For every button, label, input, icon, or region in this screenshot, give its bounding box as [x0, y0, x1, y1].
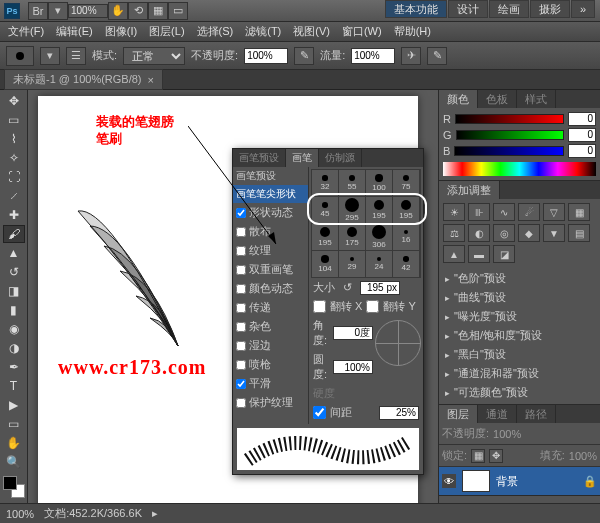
rotate-view-icon[interactable]: ⟲ [128, 2, 148, 20]
brush-opt-checkbox[interactable] [236, 208, 246, 218]
history-brush-icon[interactable]: ↺ [3, 263, 25, 281]
brush-opt-checkbox[interactable] [236, 303, 246, 313]
exposure-icon[interactable]: ☄ [518, 203, 540, 221]
brush-opt-2[interactable]: 纹理 [233, 241, 308, 260]
brush-tip[interactable]: 195 [312, 224, 338, 250]
g-value[interactable]: 0 [568, 128, 596, 142]
brush-tip[interactable]: 29 [339, 251, 365, 277]
blur-tool-icon[interactable]: ◉ [3, 320, 25, 338]
brush-tip[interactable]: 104 [312, 251, 338, 277]
document-tab[interactable]: 未标题-1 @ 100%(RGB/8) × [4, 69, 163, 90]
hand-tool-icon[interactable]: ✋ [3, 434, 25, 452]
lock-position-icon[interactable]: ✥ [489, 449, 503, 463]
brush-opt-checkbox[interactable] [236, 360, 246, 370]
preset-bw[interactable]: "黑白"预设 [439, 345, 600, 364]
arrange-icon[interactable]: ▦ [148, 2, 168, 20]
brush-opt-0[interactable]: 形状动态 [233, 203, 308, 222]
brush-tip[interactable]: 16 [393, 224, 419, 250]
preset-selcolor[interactable]: "可选颜色"预设 [439, 383, 600, 402]
brush-opt-checkbox[interactable] [236, 341, 246, 351]
brush-tip[interactable]: 45 [312, 197, 338, 223]
brush-opt-checkbox[interactable] [236, 227, 246, 237]
fg-color-swatch[interactable] [3, 476, 17, 490]
statusbar-menu-icon[interactable]: ▸ [152, 507, 158, 520]
menu-window[interactable]: 窗口(W) [336, 22, 388, 41]
b-slider[interactable] [454, 146, 564, 156]
preset-chanmix[interactable]: "通道混和器"预设 [439, 364, 600, 383]
menu-filter[interactable]: 滤镜(T) [239, 22, 287, 41]
brush-tip[interactable]: 42 [393, 251, 419, 277]
ws-tab-photo[interactable]: 摄影 [530, 0, 570, 18]
gradmap-icon[interactable]: ▬ [468, 245, 490, 263]
opacity-input[interactable] [244, 48, 288, 64]
tab-brush-presets[interactable]: 画笔预设 [233, 149, 286, 167]
colorbalance-icon[interactable]: ⚖ [443, 224, 465, 242]
brush-opt-checkbox[interactable] [236, 379, 246, 389]
brush-opt-checkbox[interactable] [236, 398, 246, 408]
layer-row-background[interactable]: 👁 背景 🔒 [439, 467, 600, 495]
brush-tip[interactable]: 32 [312, 170, 338, 196]
brush-panel-toggle-icon[interactable]: ☰ [66, 47, 86, 65]
chanmix-icon[interactable]: ◆ [518, 224, 540, 242]
menu-view[interactable]: 视图(V) [287, 22, 336, 41]
angle-widget[interactable] [375, 320, 421, 366]
fill-value[interactable]: 100% [569, 450, 597, 462]
menu-edit[interactable]: 编辑(E) [50, 22, 99, 41]
menu-select[interactable]: 选择(S) [191, 22, 240, 41]
eraser-tool-icon[interactable]: ◨ [3, 282, 25, 300]
tab-styles[interactable]: 样式 [517, 90, 556, 108]
zoom-select[interactable] [68, 4, 108, 18]
brush-opt-9[interactable]: 平滑 [233, 374, 308, 393]
invert-icon[interactable]: ▼ [543, 224, 565, 242]
layer-opacity-value[interactable]: 100% [493, 428, 521, 440]
spacing-checkbox[interactable] [313, 406, 326, 419]
brush-tip-grid[interactable]: 3255100754529519519519517530616104292442 [311, 169, 421, 278]
hue-icon[interactable]: ▦ [568, 203, 590, 221]
dodge-tool-icon[interactable]: ◑ [3, 339, 25, 357]
type-tool-icon[interactable]: T [3, 377, 25, 395]
opacity-pressure-icon[interactable]: ✎ [294, 47, 314, 65]
marquee-tool-icon[interactable]: ▭ [3, 111, 25, 129]
brush-tip[interactable]: 75 [393, 170, 419, 196]
levels-icon[interactable]: ⊪ [468, 203, 490, 221]
history-icon[interactable]: ▾ [48, 2, 68, 20]
brush-picker-icon[interactable]: ▾ [40, 47, 60, 65]
layer-thumbnail[interactable] [462, 470, 490, 492]
flipx-checkbox[interactable] [313, 300, 326, 313]
brush-tool-icon[interactable]: 🖌 [3, 225, 25, 243]
close-icon[interactable]: × [148, 74, 154, 86]
threshold-icon[interactable]: ▲ [443, 245, 465, 263]
angle-input[interactable] [333, 326, 373, 340]
preset-exposure[interactable]: "曝光度"预设 [439, 307, 600, 326]
brush-tip[interactable]: 24 [366, 251, 392, 277]
tablet-pressure-icon[interactable]: ✎ [427, 47, 447, 65]
brush-panel[interactable]: 画笔预设 画笔 仿制源 画笔预设 画笔笔尖形状 形状动态散布纹理双重画笔颜色动态… [232, 148, 424, 475]
airbrush-icon[interactable]: ✈ [401, 47, 421, 65]
reset-size-icon[interactable]: ↺ [343, 281, 352, 294]
posterize-icon[interactable]: ▤ [568, 224, 590, 242]
brush-opt-checkbox[interactable] [236, 246, 246, 256]
photofilter-icon[interactable]: ◎ [493, 224, 515, 242]
brush-preview-icon[interactable] [6, 46, 34, 66]
tab-clone-source[interactable]: 仿制源 [319, 149, 362, 167]
brush-opt-10[interactable]: 保护纹理 [233, 393, 308, 412]
brush-presets-row[interactable]: 画笔预设 [233, 167, 308, 185]
shape-tool-icon[interactable]: ▭ [3, 415, 25, 433]
menu-image[interactable]: 图像(I) [99, 22, 143, 41]
bw-icon[interactable]: ◐ [468, 224, 490, 242]
eyedropper-tool-icon[interactable]: ⟋ [3, 187, 25, 205]
brush-opt-4[interactable]: 颜色动态 [233, 279, 308, 298]
menu-file[interactable]: 文件(F) [2, 22, 50, 41]
ws-tab-more[interactable]: » [571, 0, 595, 18]
brightness-icon[interactable]: ☀ [443, 203, 465, 221]
tab-brush[interactable]: 画笔 [286, 149, 319, 167]
brush-opt-5[interactable]: 传递 [233, 298, 308, 317]
visibility-icon[interactable]: 👁 [442, 474, 456, 488]
preset-hsl[interactable]: "色相/饱和度"预设 [439, 326, 600, 345]
brush-tip[interactable]: 195 [366, 197, 392, 223]
vibrance-icon[interactable]: ▽ [543, 203, 565, 221]
tab-color[interactable]: 颜色 [439, 90, 478, 108]
lasso-tool-icon[interactable]: ⌇ [3, 130, 25, 148]
b-value[interactable]: 0 [568, 144, 596, 158]
crop-tool-icon[interactable]: ⛶ [3, 168, 25, 186]
